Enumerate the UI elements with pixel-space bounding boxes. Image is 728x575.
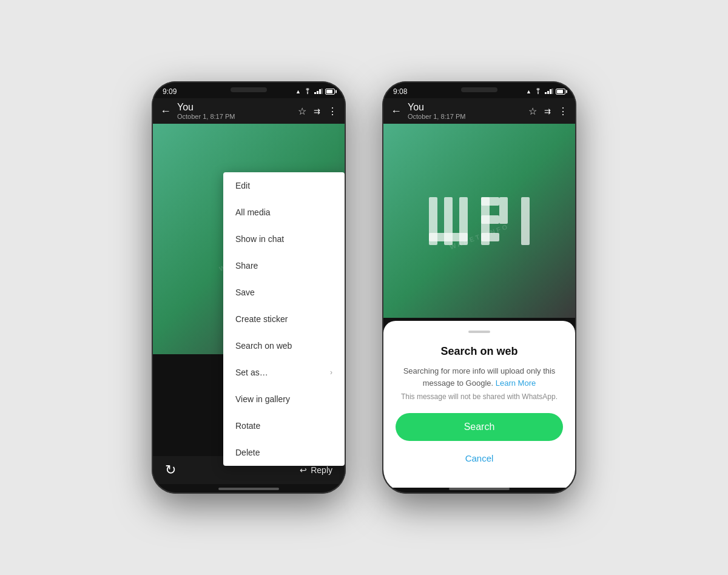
contact-date-2: October 1, 8:17 PM [408, 113, 522, 120]
home-indicator-2 [449, 488, 510, 490]
star-icon-2[interactable]: ☆ [528, 106, 537, 117]
menu-item-set-as[interactable]: Set as… › [223, 359, 345, 386]
media-image-2: WABETAINFO [383, 124, 575, 318]
phone-1-screen: 9:09 ▲ [153, 82, 345, 493]
contact-name-2: You [408, 102, 522, 113]
svg-rect-2 [317, 91, 318, 94]
phone-1: 9:09 ▲ [152, 81, 346, 494]
menu-item-all-media[interactable]: All media [223, 199, 345, 226]
svg-rect-10 [545, 92, 547, 94]
menu-item-edit[interactable]: Edit [223, 172, 345, 199]
reply-button-1[interactable]: ↩ Reply [300, 465, 332, 475]
svg-rect-13 [551, 89, 553, 94]
phones-container: 9:09 ▲ [152, 81, 576, 494]
top-bar-2: ← You October 1, 8:17 PM ☆ ⇉ ⋮ [383, 98, 575, 124]
reply-icon: ↩ [300, 465, 307, 475]
back-button-1[interactable]: ← [160, 105, 171, 118]
contact-name-1: You [177, 102, 292, 113]
i-logo [519, 195, 531, 247]
menu-item-show-in-chat[interactable]: Show in chat [223, 226, 345, 252]
sheet-description: Searching for more info will upload only… [396, 365, 563, 389]
chat-area-1: WABETAINFO Edit All media Show in chat [153, 124, 345, 456]
signal-icon [314, 88, 323, 95]
top-bar-1: ← You October 1, 8:17 PM ☆ ⇉ ⋮ [153, 98, 345, 124]
forward-icon-2[interactable]: ⇉ [544, 107, 551, 116]
signal-icon-2 [545, 88, 553, 95]
search-on-web-sheet: Search on web Searching for more info wi… [383, 321, 575, 488]
more-icon-2[interactable]: ⋮ [558, 106, 568, 117]
top-icons-1: ☆ ⇉ ⋮ [298, 106, 337, 117]
svg-rect-22 [499, 197, 508, 224]
svg-rect-12 [550, 89, 551, 94]
svg-rect-3 [319, 89, 321, 94]
arrow-right-icon: › [330, 368, 332, 377]
phone-2-screen: 9:08 ▲ [383, 82, 575, 493]
battery-icon-2 [556, 89, 565, 95]
context-menu: Edit All media Show in chat Share Save [223, 172, 345, 466]
sheet-note: This message will not be shared with Wha… [396, 392, 563, 401]
cancel-button[interactable]: Cancel [396, 447, 563, 469]
svg-rect-19 [481, 197, 499, 206]
menu-item-save[interactable]: Save [223, 279, 345, 306]
sheet-title: Search on web [396, 345, 563, 358]
status-bar-1: 9:09 ▲ [153, 82, 345, 98]
wifi-icon-2 [534, 88, 542, 95]
status-bar-2: 9:08 ▲ [383, 82, 575, 98]
home-indicator-1 [218, 488, 279, 490]
back-button-2[interactable]: ← [391, 105, 402, 118]
svg-rect-4 [321, 89, 323, 94]
status-icons-2: ▲ [526, 88, 565, 95]
contact-info-1: You October 1, 8:17 PM [177, 102, 292, 120]
b-logo [479, 195, 510, 247]
sheet-handle [468, 331, 490, 333]
svg-point-0 [307, 93, 308, 95]
svg-rect-11 [547, 91, 549, 94]
top-icons-2: ☆ ⇉ ⋮ [528, 106, 568, 117]
svg-point-9 [538, 93, 539, 95]
star-icon-1[interactable]: ☆ [298, 106, 306, 117]
forward-icon-1[interactable]: ⇉ [314, 107, 320, 116]
search-button[interactable]: Search [396, 413, 563, 441]
contact-info-2: You October 1, 8:17 PM [408, 102, 522, 120]
svg-rect-23 [521, 197, 530, 245]
status-time-2: 9:08 [393, 87, 407, 96]
status-time-1: 9:09 [163, 87, 177, 96]
svg-rect-20 [481, 215, 499, 224]
svg-rect-1 [314, 92, 316, 94]
notification-icon: ▲ [295, 89, 301, 95]
menu-item-share[interactable]: Share [223, 252, 345, 279]
menu-item-view-in-gallery[interactable]: View in gallery [223, 386, 345, 412]
battery-icon [325, 89, 335, 95]
menu-item-delete[interactable]: Delete [223, 439, 345, 466]
more-icon-1[interactable]: ⋮ [328, 106, 337, 117]
contact-date-1: October 1, 8:17 PM [177, 113, 292, 120]
menu-item-create-sticker[interactable]: Create sticker [223, 306, 345, 332]
menu-item-rotate[interactable]: Rotate [223, 412, 345, 439]
status-icons-1: ▲ [295, 88, 335, 95]
reload-icon-1[interactable]: ↻ [165, 462, 176, 478]
notification-icon-2: ▲ [526, 89, 531, 95]
wifi-icon [303, 88, 312, 95]
menu-item-search-on-web[interactable]: Search on web [223, 332, 345, 359]
learn-more-link[interactable]: Learn More [496, 378, 536, 388]
chat-area-2: WABETAINFO Search on web Searching for m… [383, 124, 575, 488]
phone-2: 9:08 ▲ [382, 81, 576, 494]
